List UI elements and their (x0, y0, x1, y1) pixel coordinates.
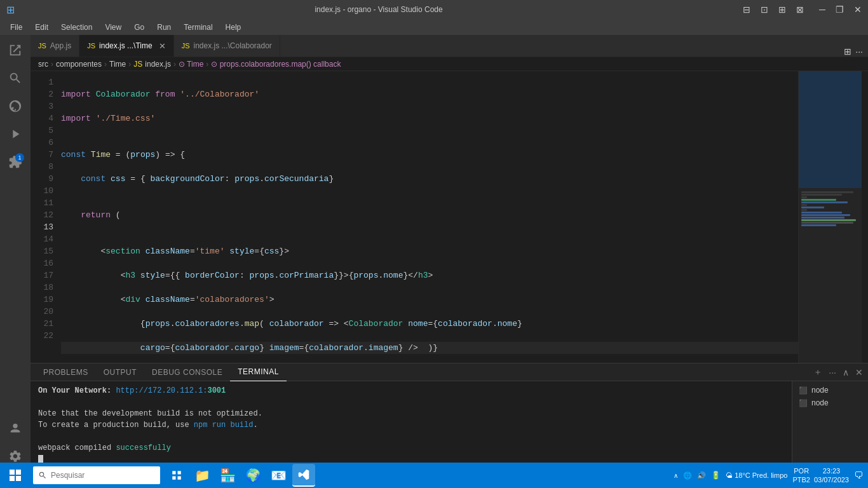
panel-side-item-node-1[interactable]: ⬛ node (795, 384, 865, 396)
bc-componentes[interactable]: componentes (56, 60, 102, 69)
code-line-10: <h3 style={{ borderColor: props.corPrima… (61, 269, 798, 281)
title-bar-controls: ⊟ ⊡ ⊞ ⊠ ─ ❐ ✕ (743, 4, 862, 15)
tab-label-index-colaborador: index.js ...\Colaborador (193, 41, 271, 50)
menu-help[interactable]: Help (220, 22, 247, 33)
start-button[interactable] (0, 463, 31, 488)
taskbar-search[interactable] (33, 466, 160, 484)
code-line-9: <section className='time' style={css}> (61, 245, 798, 257)
tab-split-icon[interactable]: ⊞ (844, 46, 851, 57)
tab-icon-app-js: JS (38, 42, 46, 50)
activity-search[interactable] (3, 65, 28, 91)
terminal-line-1: On Your Network: http://172.20.112.1:300… (38, 385, 784, 396)
panel-side-list: ⬛ node ⬛ node (792, 381, 868, 474)
title-bar-title: index.js - organo - Visual Studio Code (15, 5, 743, 14)
bc-time[interactable]: Time (109, 60, 126, 69)
taskbar-battery-icon[interactable]: 🔋 (711, 471, 721, 480)
tab-more-icon[interactable]: ··· (855, 46, 863, 57)
terminal-line-2 (38, 396, 784, 408)
taskbar-app-store[interactable]: 🏪 (216, 464, 239, 487)
code-editor[interactable]: 12345 678910 1112131415 1617181920 2122 … (31, 71, 868, 363)
terminal-content[interactable]: On Your Network: http://172.20.112.1:300… (31, 381, 792, 474)
taskbar-app-vscode[interactable] (292, 464, 315, 487)
panel-add-icon[interactable]: ＋ (813, 367, 822, 378)
activity-extensions[interactable]: 1 (3, 149, 28, 175)
taskbar-network-icon[interactable]: 🌐 (683, 471, 692, 480)
menu-run[interactable]: Run (152, 22, 176, 33)
code-line-13: cargo={colaborador.cargo} imagem={colabo… (61, 342, 798, 354)
svg-point-0 (13, 424, 17, 428)
panel-body: On Your Network: http://172.20.112.1:300… (31, 381, 868, 474)
tab-terminal[interactable]: TERMINAL (230, 363, 287, 381)
svg-rect-7 (172, 477, 175, 480)
bc-sep-3: › (128, 60, 131, 69)
tab-index-colaborador[interactable]: JS index.js ...\Colaborador (174, 35, 280, 57)
bc-callback[interactable]: ⊙ props.colaboradores.map() callback (211, 60, 341, 69)
taskbar-notification-icon[interactable]: 🗨 (854, 470, 863, 480)
tab-app-js[interactable]: JS App.js (31, 35, 79, 57)
tab-index-time[interactable]: JS index.js ...\Time ✕ (79, 35, 173, 57)
title-bar-left: ⊞ (6, 4, 15, 16)
taskbar-right: ∧ 🌐 🔊 🔋 🌤 18°C Pred. limpo POR PTB2 23:2… (674, 466, 868, 484)
code-line-4: const Time = (props) => { (61, 149, 798, 161)
menu-selection[interactable]: Selection (56, 22, 97, 33)
taskbar-chevron-icon[interactable]: ∧ (674, 472, 678, 479)
code-line-12: {props.colaboradores.map( colaborador =>… (61, 318, 798, 330)
panel-side-label-1: node (811, 386, 829, 395)
taskbar-volume-icon[interactable]: 🔊 (697, 471, 706, 480)
code-content[interactable]: import Colaborador from '../Colaborador'… (61, 71, 798, 363)
taskbar-app-chrome[interactable]: 🌍 (241, 464, 264, 487)
taskbar-weather[interactable]: 🌤 18°C Pred. limpo (726, 471, 787, 479)
terminal-npm-cmd: npm run build (194, 421, 254, 430)
menu-view[interactable]: View (100, 22, 126, 33)
taskbar-app-files[interactable]: 📁 (191, 464, 214, 487)
activity-source-control[interactable] (3, 93, 28, 119)
tab-close-index-time[interactable]: ✕ (159, 41, 166, 51)
bc-js-icon: JS (133, 60, 142, 69)
taskbar-app-mail[interactable]: 📧 (267, 464, 290, 487)
activity-profile[interactable] (3, 416, 28, 441)
menu-go[interactable]: Go (129, 22, 149, 33)
minimize-button[interactable]: ─ (819, 4, 825, 15)
layout-icon-1[interactable]: ⊟ (743, 4, 750, 15)
menu-terminal[interactable]: Terminal (179, 22, 217, 33)
svg-rect-3 (10, 476, 15, 481)
layout-icon-2[interactable]: ⊡ (761, 4, 768, 15)
taskbar-search-input[interactable] (51, 471, 146, 480)
menu-file[interactable]: File (5, 22, 27, 33)
panel-chevron-up-icon[interactable]: ∧ (843, 367, 849, 377)
terminal-line-3: Note that the development build is not o… (38, 408, 784, 419)
panel-tabs: PROBLEMS OUTPUT DEBUG CONSOLE TERMINAL ＋… (31, 363, 868, 381)
svg-rect-6 (178, 471, 181, 474)
vertical-scrollbar[interactable] (862, 71, 868, 363)
taskbar-datetime: 23:23 03/07/2023 (814, 466, 849, 484)
panel-dots-icon[interactable]: ··· (829, 367, 836, 377)
panel-close-icon[interactable]: ✕ (855, 367, 863, 377)
tab-output[interactable]: OUTPUT (96, 363, 144, 381)
layout-icon-4[interactable]: ⊠ (796, 4, 804, 15)
panel-side-label-2: node (811, 398, 829, 407)
terminal-url: http://172.20.112.1: (116, 386, 207, 395)
maximize-button[interactable]: ❐ (836, 4, 844, 15)
menu-bar: File Edit Selection View Go Run Terminal… (0, 19, 868, 35)
taskbar-time-label: 23:23 (814, 466, 849, 475)
taskbar-time[interactable]: POR PTB2 23:23 03/07/2023 (792, 466, 849, 484)
bc-sep-4: › (173, 60, 176, 69)
svg-rect-1 (10, 470, 15, 475)
tab-label-index-time: index.js ...\Time (99, 41, 153, 50)
bc-src[interactable]: src (38, 60, 48, 69)
bc-time-symbol[interactable]: ⊙ Time (179, 60, 203, 69)
main-layout: 1 JS App.js JS index.js ...\Time ✕ (0, 35, 868, 474)
taskbar-weather-icon: 🌤 (726, 471, 733, 479)
menu-edit[interactable]: Edit (30, 22, 53, 33)
panel-side-item-node-2[interactable]: ⬛ node (795, 396, 865, 409)
activity-explorer[interactable] (3, 37, 28, 63)
close-button[interactable]: ✕ (854, 4, 862, 15)
taskbar-temp: 18°C (735, 471, 750, 479)
taskbar-app-task-view[interactable] (165, 464, 188, 487)
terminal-line-5 (38, 431, 784, 442)
tab-problems[interactable]: PROBLEMS (36, 363, 96, 381)
bc-indexjs[interactable]: index.js (145, 60, 171, 69)
activity-run-debug[interactable] (3, 121, 28, 147)
layout-icon-3[interactable]: ⊞ (778, 4, 786, 15)
tab-debug-console[interactable]: DEBUG CONSOLE (144, 363, 230, 381)
